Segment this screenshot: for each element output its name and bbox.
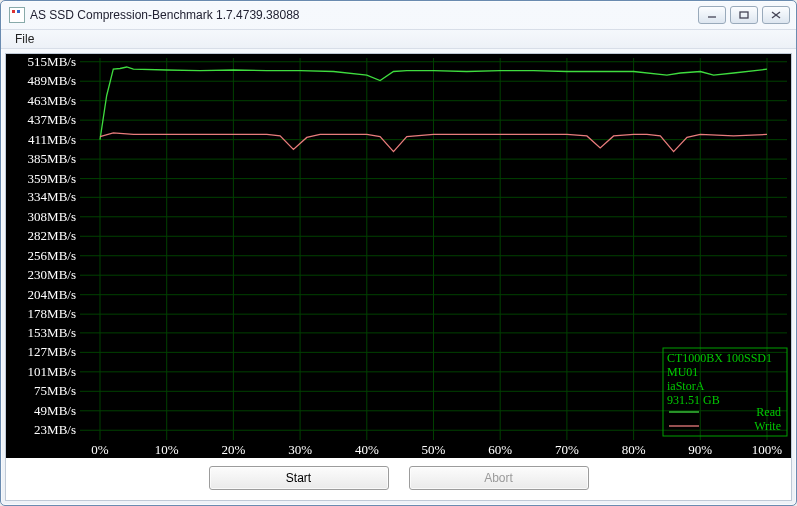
svg-text:411MB/s: 411MB/s	[28, 132, 76, 147]
content-pane: 23MB/s49MB/s75MB/s101MB/s127MB/s153MB/s1…	[5, 53, 792, 501]
svg-text:60%: 60%	[488, 442, 512, 457]
svg-text:70%: 70%	[555, 442, 579, 457]
svg-rect-1	[740, 12, 748, 18]
window-title: AS SSD Compression-Benchmark 1.7.4739.38…	[30, 8, 299, 22]
menu-file[interactable]: File	[9, 30, 40, 48]
svg-text:334MB/s: 334MB/s	[28, 189, 76, 204]
titlebar: AS SSD Compression-Benchmark 1.7.4739.38…	[1, 1, 796, 29]
close-button[interactable]	[762, 6, 790, 24]
svg-text:515MB/s: 515MB/s	[28, 54, 76, 69]
menubar: File	[1, 29, 796, 49]
svg-text:Write: Write	[754, 419, 781, 433]
svg-text:MU01: MU01	[667, 365, 698, 379]
svg-text:23MB/s: 23MB/s	[34, 422, 76, 437]
svg-text:463MB/s: 463MB/s	[28, 93, 76, 108]
svg-text:437MB/s: 437MB/s	[28, 112, 76, 127]
app-window: AS SSD Compression-Benchmark 1.7.4739.38…	[0, 0, 797, 506]
svg-text:308MB/s: 308MB/s	[28, 209, 76, 224]
svg-text:385MB/s: 385MB/s	[28, 151, 76, 166]
svg-text:127MB/s: 127MB/s	[28, 344, 76, 359]
svg-text:CT1000BX 100SSD1: CT1000BX 100SSD1	[667, 351, 772, 365]
svg-text:49MB/s: 49MB/s	[34, 403, 76, 418]
svg-text:0%: 0%	[91, 442, 109, 457]
svg-text:101MB/s: 101MB/s	[28, 364, 76, 379]
window-controls	[698, 6, 790, 24]
svg-text:153MB/s: 153MB/s	[28, 325, 76, 340]
svg-text:359MB/s: 359MB/s	[28, 171, 76, 186]
chart-area: 23MB/s49MB/s75MB/s101MB/s127MB/s153MB/s1…	[6, 54, 791, 458]
maximize-button[interactable]	[730, 6, 758, 24]
svg-text:90%: 90%	[688, 442, 712, 457]
start-button[interactable]: Start	[209, 466, 389, 490]
svg-text:931.51 GB: 931.51 GB	[667, 393, 720, 407]
svg-text:204MB/s: 204MB/s	[28, 287, 76, 302]
abort-button[interactable]: Abort	[409, 466, 589, 490]
svg-text:75MB/s: 75MB/s	[34, 383, 76, 398]
svg-text:489MB/s: 489MB/s	[28, 73, 76, 88]
svg-text:100%: 100%	[752, 442, 783, 457]
minimize-button[interactable]	[698, 6, 726, 24]
app-icon	[9, 7, 25, 23]
button-row: Start Abort	[6, 462, 791, 500]
svg-text:10%: 10%	[155, 442, 179, 457]
svg-text:Read: Read	[756, 405, 781, 419]
svg-text:50%: 50%	[422, 442, 446, 457]
svg-text:80%: 80%	[622, 442, 646, 457]
svg-text:230MB/s: 230MB/s	[28, 267, 76, 282]
svg-text:30%: 30%	[288, 442, 312, 457]
svg-text:256MB/s: 256MB/s	[28, 248, 76, 263]
svg-text:282MB/s: 282MB/s	[28, 228, 76, 243]
svg-text:20%: 20%	[221, 442, 245, 457]
svg-text:40%: 40%	[355, 442, 379, 457]
svg-text:iaStorA: iaStorA	[667, 379, 705, 393]
compression-chart: 23MB/s49MB/s75MB/s101MB/s127MB/s153MB/s1…	[6, 54, 791, 458]
svg-text:178MB/s: 178MB/s	[28, 306, 76, 321]
